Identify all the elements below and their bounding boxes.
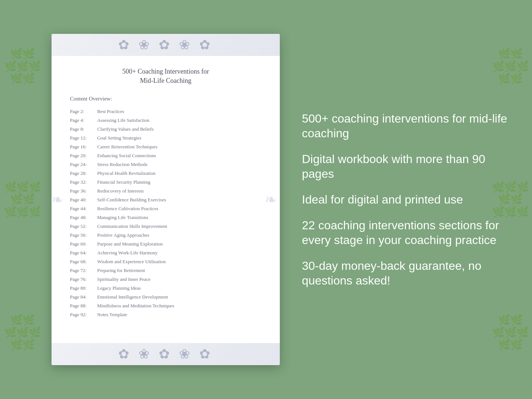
- toc-page-number: Page 72:: [70, 268, 96, 273]
- mandala-bottom-icon: ✿ ❀ ✿ ❀ ✿: [118, 346, 213, 362]
- toc-page-number: Page 84:: [70, 294, 96, 300]
- toc-page-number: Page 48:: [70, 215, 96, 220]
- feature-text-3: Ideal for digital and printed use: [302, 192, 510, 207]
- main-layout: ✿ ❀ ✿ ❀ ✿ ❧ ❧ 500+ Coaching Intervention…: [0, 0, 532, 399]
- toc-item: Page 28:Physical Health Revitalization: [70, 169, 261, 178]
- toc-title-text: Financial Security Planning: [97, 179, 150, 185]
- toc-title-text: Rediscovery of Interests: [97, 188, 144, 194]
- toc-header: Content Overview:: [70, 96, 261, 102]
- feature-text-4: 22 coaching interventions sections for e…: [302, 218, 510, 247]
- mandala-top-icon: ✿ ❀ ✿ ❀ ✿: [118, 37, 213, 53]
- toc-title-text: Purpose and Meaning Exploration: [97, 241, 163, 247]
- toc-item: Page 52:Communication Skills Improvement: [70, 222, 261, 231]
- toc-title-text: Self-Confidence Building Exercises: [97, 197, 166, 203]
- toc-title-text: Managing Life Transitions: [97, 215, 148, 220]
- toc-page-number: Page 12:: [70, 135, 96, 141]
- toc-title-text: Physical Health Revitalization: [97, 170, 155, 176]
- toc-page-number: Page 52:: [70, 223, 96, 229]
- toc-title-text: Stress Reduction Methods: [97, 162, 148, 167]
- toc-item: Page 2:Best Practices: [70, 107, 261, 116]
- document-card: ✿ ❀ ✿ ❀ ✿ ❧ ❧ 500+ Coaching Intervention…: [52, 34, 280, 365]
- toc-page-number: Page 80:: [70, 285, 96, 291]
- toc-page-number: Page 68:: [70, 259, 96, 265]
- feature-text-2: Digital workbook with more than 90 pages: [302, 152, 510, 181]
- toc-item: Page 8:Clarifying Values and Beliefs: [70, 125, 261, 134]
- toc-item: Page 68:Wisdom and Experience Utilizatio…: [70, 257, 261, 266]
- toc-page-number: Page 28:: [70, 170, 96, 176]
- toc-title-text: Preparing for Retirement: [97, 268, 145, 273]
- toc-title-text: Career Reinvention Techniques: [97, 144, 157, 150]
- toc-title-text: Notes Template: [97, 312, 127, 318]
- toc-page-number: Page 92:: [70, 312, 96, 318]
- toc-item: Page 76:Spirituality and Inner Peace: [70, 275, 261, 284]
- feature-text-5: 30-day money-back guarantee, no question…: [302, 258, 510, 288]
- document-title: 500+ Coaching Interventions for Mid-Life…: [70, 67, 261, 85]
- toc-page-number: Page 16:: [70, 144, 96, 150]
- toc-title-text: Positive Aging Approaches: [97, 232, 149, 238]
- toc-page-number: Page 20:: [70, 153, 96, 159]
- toc-item: Page 64:Achieving Work-Life Harmony: [70, 248, 261, 257]
- toc-page-number: Page 36:: [70, 188, 96, 194]
- feature-text-1: 500+ coaching interventions for mid-life…: [302, 111, 510, 141]
- toc-title-text: Clarifying Values and Beliefs: [97, 126, 154, 132]
- toc-item: Page 84:Emotional Intelligence Developme…: [70, 293, 261, 301]
- toc-page-number: Page 56:: [70, 232, 96, 238]
- toc-page-number: Page 4:: [70, 117, 96, 123]
- toc-item: Page 24:Stress Reduction Methods: [70, 160, 261, 169]
- right-panel: 500+ coaching interventions for mid-life…: [302, 104, 510, 295]
- doc-title-line1: 500+ Coaching Interventions for: [122, 68, 209, 75]
- toc-page-number: Page 60:: [70, 241, 96, 247]
- toc-item: Page 60:Purpose and Meaning Exploration: [70, 240, 261, 248]
- toc-item: Page 88:Mindfulness and Meditation Techn…: [70, 301, 261, 310]
- toc-page-number: Page 24:: [70, 162, 96, 167]
- toc-title-text: Mindfulness and Meditation Techniques: [97, 303, 174, 309]
- toc-title-text: Resilience Cultivation Practices: [97, 206, 158, 212]
- toc-title-text: Goal Setting Strategies: [97, 135, 141, 141]
- toc-page-number: Page 2:: [70, 109, 96, 114]
- toc-page-number: Page 88:: [70, 303, 96, 309]
- toc-item: Page 4:Assessing Life Satisfaction: [70, 116, 261, 125]
- toc-item: Page 36:Rediscovery of Interests: [70, 187, 261, 195]
- toc-item: Page 16:Career Reinvention Techniques: [70, 142, 261, 151]
- toc-title-text: Communication Skills Improvement: [97, 223, 167, 229]
- toc-title-text: Best Practices: [97, 109, 124, 114]
- toc-item: Page 44:Resilience Cultivation Practices: [70, 204, 261, 213]
- toc-title-text: Enhancing Social Connections: [97, 153, 156, 159]
- doc-top-decoration: ✿ ❀ ✿ ❀ ✿: [52, 34, 280, 56]
- toc-title-text: Assessing Life Satisfaction: [97, 117, 149, 123]
- doc-side-decoration-left: ❧: [53, 191, 64, 208]
- toc-item: Page 40:Self-Confidence Building Exercis…: [70, 195, 261, 204]
- toc-item: Page 80:Legacy Planning Ideas: [70, 284, 261, 293]
- toc-page-number: Page 8:: [70, 126, 96, 132]
- doc-side-decoration-right: ❧: [267, 191, 278, 208]
- toc-item: Page 32:Financial Security Planning: [70, 178, 261, 187]
- toc-title-text: Emotional Intelligence Development: [97, 294, 168, 300]
- toc-item: Page 20:Enhancing Social Connections: [70, 151, 261, 160]
- toc-item: Page 12:Goal Setting Strategies: [70, 134, 261, 142]
- doc-title-line2: Mid-Life Coaching: [140, 77, 191, 84]
- toc-item: Page 92:Notes Template: [70, 310, 261, 319]
- toc-title-text: Achieving Work-Life Harmony: [97, 250, 158, 256]
- doc-bottom-decoration: ✿ ❀ ✿ ❀ ✿: [52, 343, 280, 365]
- toc-item: Page 56:Positive Aging Approaches: [70, 231, 261, 240]
- toc-page-number: Page 76:: [70, 276, 96, 282]
- toc-list: Page 2:Best PracticesPage 4:Assessing Li…: [70, 107, 261, 319]
- toc-item: Page 72:Preparing for Retirement: [70, 266, 261, 275]
- toc-title-text: Spirituality and Inner Peace: [97, 276, 151, 282]
- document-content: 500+ Coaching Interventions for Mid-Life…: [52, 56, 280, 343]
- toc-item: Page 48:Managing Life Transitions: [70, 213, 261, 222]
- toc-page-number: Page 64:: [70, 250, 96, 256]
- toc-page-number: Page 44:: [70, 206, 96, 212]
- toc-title-text: Legacy Planning Ideas: [97, 285, 141, 291]
- toc-page-number: Page 32:: [70, 179, 96, 185]
- toc-page-number: Page 40:: [70, 197, 96, 203]
- toc-title-text: Wisdom and Experience Utilization: [97, 259, 166, 265]
